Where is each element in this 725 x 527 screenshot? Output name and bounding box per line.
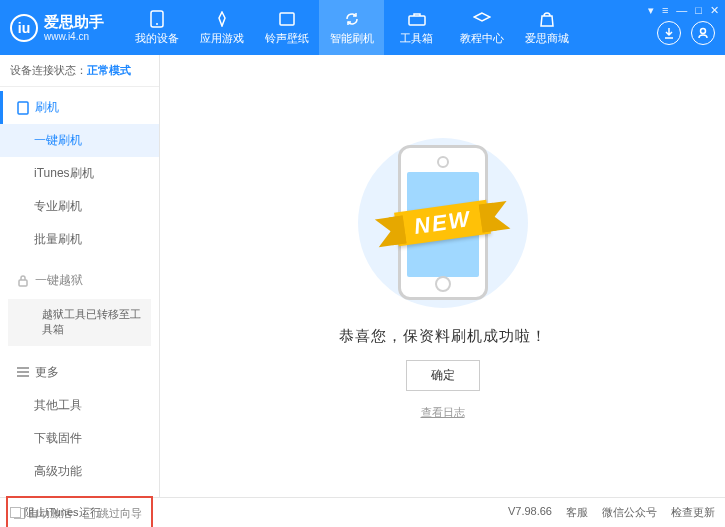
settings-icon[interactable]: ≡ (662, 4, 668, 17)
app-url: www.i4.cn (44, 31, 104, 43)
menu-icon[interactable]: ▾ (648, 4, 654, 17)
sidebar-item-advanced[interactable]: 高级功能 (0, 455, 159, 488)
sidebar-item-itunes-flash[interactable]: iTunes刷机 (0, 157, 159, 190)
footer-check-update[interactable]: 检查更新 (671, 505, 715, 520)
minimize-icon[interactable]: — (676, 4, 687, 17)
nav-my-device[interactable]: 我的设备 (124, 0, 189, 55)
view-log-link[interactable]: 查看日志 (421, 405, 465, 420)
nav-smart-flash[interactable]: 智能刷机 (319, 0, 384, 55)
phone-icon (148, 10, 166, 28)
nav-store[interactable]: 爱思商城 (514, 0, 579, 55)
refresh-icon (343, 10, 361, 28)
app-logo: iu 爱思助手 www.i4.cn (10, 13, 104, 43)
footer-wechat[interactable]: 微信公众号 (602, 505, 657, 520)
app-header: iu 爱思助手 www.i4.cn 我的设备 应用游戏 铃声壁纸 智能刷机 工具… (0, 0, 725, 55)
sidebar-head-jailbreak[interactable]: 一键越狱 (0, 264, 159, 297)
device-status: 设备连接状态：正常模式 (0, 55, 159, 87)
phone-icon (17, 101, 29, 115)
svg-point-1 (156, 23, 158, 25)
block-itunes-checkbox[interactable]: 阻止iTunes运行 (10, 505, 101, 520)
grad-cap-icon (473, 10, 491, 28)
sidebar-item-batch-flash[interactable]: 批量刷机 (0, 223, 159, 256)
sidebar: 设备连接状态：正常模式 刷机 一键刷机 iTunes刷机 专业刷机 批量刷机 一… (0, 55, 160, 497)
image-icon (278, 10, 296, 28)
main-content: NEW 恭喜您，保资料刷机成功啦！ 确定 查看日志 (160, 55, 725, 497)
window-controls: ▾ ≡ — □ ✕ (648, 4, 719, 17)
list-icon (17, 367, 29, 377)
maximize-icon[interactable]: □ (695, 4, 702, 17)
lock-icon (17, 275, 29, 287)
nav-ringtones[interactable]: 铃声壁纸 (254, 0, 319, 55)
user-button[interactable] (691, 21, 715, 45)
sidebar-item-one-click-flash[interactable]: 一键刷机 (0, 124, 159, 157)
app-title: 爱思助手 (44, 13, 104, 31)
success-illustration: NEW (343, 133, 543, 313)
version-label: V7.98.66 (508, 505, 552, 520)
toolbox-icon (408, 10, 426, 28)
sidebar-item-pro-flash[interactable]: 专业刷机 (0, 190, 159, 223)
svg-rect-3 (409, 16, 425, 25)
bag-icon (538, 10, 556, 28)
nav-toolbox[interactable]: 工具箱 (384, 0, 449, 55)
footer-support[interactable]: 客服 (566, 505, 588, 520)
confirm-button[interactable]: 确定 (406, 360, 480, 391)
download-button[interactable] (657, 21, 681, 45)
svg-rect-5 (18, 102, 28, 114)
sidebar-head-more[interactable]: 更多 (0, 356, 159, 389)
sidebar-head-flash[interactable]: 刷机 (0, 91, 159, 124)
success-message: 恭喜您，保资料刷机成功啦！ (339, 327, 547, 346)
svg-rect-2 (280, 13, 294, 25)
logo-icon: iu (10, 14, 38, 42)
svg-point-4 (701, 29, 706, 34)
sidebar-item-download-firmware[interactable]: 下载固件 (0, 422, 159, 455)
nav-apps-games[interactable]: 应用游戏 (189, 0, 254, 55)
sidebar-jailbreak-note: 越狱工具已转移至工具箱 (8, 299, 151, 346)
close-icon[interactable]: ✕ (710, 4, 719, 17)
nav-tutorials[interactable]: 教程中心 (449, 0, 514, 55)
app-icon (213, 10, 231, 28)
svg-rect-6 (19, 280, 27, 286)
main-nav: 我的设备 应用游戏 铃声壁纸 智能刷机 工具箱 教程中心 爱思商城 (124, 0, 579, 55)
sidebar-item-other-tools[interactable]: 其他工具 (0, 389, 159, 422)
